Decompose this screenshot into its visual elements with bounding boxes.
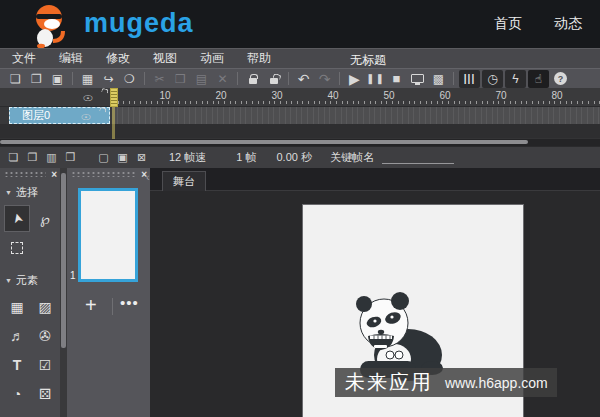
menu-edit[interactable]: 编辑 <box>59 50 83 67</box>
new-file-icon[interactable]: ❏ <box>5 70 26 88</box>
delete-icon[interactable]: ✕ <box>212 70 233 88</box>
collapse-panel-icon[interactable]: ‹ <box>146 171 150 183</box>
layer-item[interactable]: 图层0 ☉ <box>9 107 110 124</box>
text-element-icon[interactable]: T <box>4 351 30 378</box>
image-element-icon[interactable]: ▨ <box>32 293 58 320</box>
lock-icon[interactable] <box>242 70 263 88</box>
mugeda-editor-window: mugeda 首页 动态 文件 编辑 修改 视图 动画 帮助 无标题 ❏ ❐ ▣… <box>0 0 600 417</box>
web-element-icon[interactable]: ⊕ <box>4 409 30 417</box>
keyframe-name-label: 关键帧名 <box>330 150 374 165</box>
menu-animation[interactable]: 动画 <box>200 50 224 67</box>
tools-panel-scrollbar <box>60 168 67 417</box>
tab-stage[interactable]: 舞台 <box>162 171 206 191</box>
timeline-ruler[interactable]: ☉ 10 20 30 40 50 60 70 80 <box>0 88 600 107</box>
save-icon[interactable]: ▣ <box>47 70 68 88</box>
document-title: 无标题 <box>350 52 386 69</box>
canvas-area: 舞台 <box>150 168 600 417</box>
ruler-number: 60 <box>435 90 455 101</box>
open-file-icon[interactable]: ❐ <box>26 70 47 88</box>
insert-frame-icon[interactable]: ▢ <box>94 151 113 164</box>
menu-view[interactable]: 视图 <box>153 50 177 67</box>
panel-drag-handle[interactable] <box>71 171 136 177</box>
timeline-scrollbar-thumb[interactable] <box>0 140 528 144</box>
button-divider <box>112 298 113 315</box>
lasso-tool[interactable]: ℘ <box>32 205 58 232</box>
redo-icon[interactable]: ↷ <box>314 70 335 88</box>
cut-icon[interactable]: ✂ <box>149 70 170 88</box>
form-element-icon[interactable]: ☑ <box>32 351 58 378</box>
touch-gesture-icon[interactable]: ☝ <box>528 70 549 88</box>
section-elements-label: 元素 <box>16 273 38 288</box>
export-icon[interactable]: ↪ <box>98 70 119 88</box>
ruler-number: 50 <box>379 90 399 101</box>
chevron-down-icon: ▼ <box>5 189 12 196</box>
keyframe-name-input[interactable] <box>382 151 454 164</box>
section-selection-label: 选择 <box>16 185 38 200</box>
close-icon[interactable]: × <box>51 169 57 180</box>
timeline-empty-track <box>0 124 600 138</box>
section-elements[interactable]: ▼ 元素 <box>0 261 60 293</box>
preview-monitor-icon[interactable] <box>407 70 428 88</box>
timer-element-icon[interactable]: ◔ <box>4 380 30 407</box>
toolbar-separator <box>72 72 73 85</box>
duplicate-page-icon[interactable]: ❒ <box>61 151 80 164</box>
remove-keyframe-icon[interactable]: ⊠ <box>132 151 151 164</box>
video-element-icon[interactable]: ✇ <box>32 322 58 349</box>
components-grid-icon[interactable]: ▦ <box>77 70 98 88</box>
eye-icon[interactable]: ☉ <box>81 113 92 122</box>
help-icon[interactable]: ? <box>550 70 571 88</box>
transform-tool[interactable] <box>4 234 30 261</box>
dice-3d-element-icon[interactable]: ⚄ <box>32 380 58 407</box>
page-thumbnail[interactable] <box>78 188 138 282</box>
timeline-scrollbar <box>0 139 600 146</box>
nav-link-activity[interactable]: 动态 <box>554 15 582 33</box>
new-page-icon[interactable]: ❏ <box>4 151 23 164</box>
toolbar-separator <box>144 72 145 85</box>
ruler-number: 70 <box>491 90 511 101</box>
page-number: 1 <box>70 270 76 281</box>
qr-code-icon[interactable]: ▩ <box>428 70 449 88</box>
stop-icon[interactable]: ■ <box>386 70 407 88</box>
components-element-icon[interactable]: ▦ <box>4 293 30 320</box>
properties-sliders-icon[interactable]: ||| <box>459 70 480 88</box>
unlock-icon[interactable] <box>263 70 284 88</box>
add-page-button[interactable]: + <box>85 294 97 317</box>
copy-icon[interactable]: ❒ <box>170 70 191 88</box>
audio-element-icon[interactable]: ♬ <box>4 322 30 349</box>
current-time-value: 0.00 秒 <box>276 150 311 165</box>
playhead-line <box>112 107 115 139</box>
presentation-element-icon[interactable]: ⊟ <box>32 409 58 417</box>
ruler-number: 20 <box>211 90 231 101</box>
tools-panel: × ▼ 选择 ➤ ℘ ▼ 元素 ▦ ▨ ♬ ✇ T ☑ ◔ ⚄ ⊕ ⊟ <box>0 168 60 417</box>
menu-help[interactable]: 帮助 <box>247 50 271 67</box>
nav-link-home[interactable]: 首页 <box>494 15 522 33</box>
menu-file[interactable]: 文件 <box>12 50 36 67</box>
tools-panel-scrollbar-thumb[interactable] <box>61 173 66 348</box>
timing-clock-icon[interactable]: ◷ <box>482 70 503 88</box>
pages-panel: × 1 + ••• <box>67 168 150 417</box>
layer-row: 图层0 ☉ <box>0 107 600 124</box>
select-arrow-tool[interactable]: ➤ <box>4 205 30 232</box>
fps-value: 12 帧速 <box>169 150 206 165</box>
open-page-icon[interactable]: ❐ <box>23 151 42 164</box>
undo-icon[interactable]: ↶ <box>293 70 314 88</box>
ruler-ticks <box>112 101 600 104</box>
insert-keyframe-icon[interactable]: ▣ <box>113 151 132 164</box>
chevron-down-icon: ▼ <box>5 277 12 284</box>
delete-page-icon[interactable]: ▥ <box>42 151 61 164</box>
playhead[interactable] <box>110 88 118 139</box>
layer-frames-strip[interactable] <box>112 107 600 124</box>
charge-battery-icon[interactable]: ϟ <box>505 70 526 88</box>
pause-icon[interactable]: ❚❚ <box>365 70 386 88</box>
logo-text[interactable]: mugeda <box>84 8 194 39</box>
playhead-marker[interactable] <box>110 88 118 107</box>
shapes-icon[interactable]: ❍ <box>119 70 140 88</box>
toolbar-separator <box>453 72 454 85</box>
more-options-button[interactable]: ••• <box>120 294 139 311</box>
menu-modify[interactable]: 修改 <box>106 50 130 67</box>
play-icon[interactable]: ▶ <box>344 70 365 88</box>
eye-icon[interactable]: ☉ <box>83 94 94 103</box>
paste-icon[interactable]: ▤ <box>191 70 212 88</box>
section-selection[interactable]: ▼ 选择 <box>0 177 60 205</box>
toolbar-separator <box>288 72 289 85</box>
